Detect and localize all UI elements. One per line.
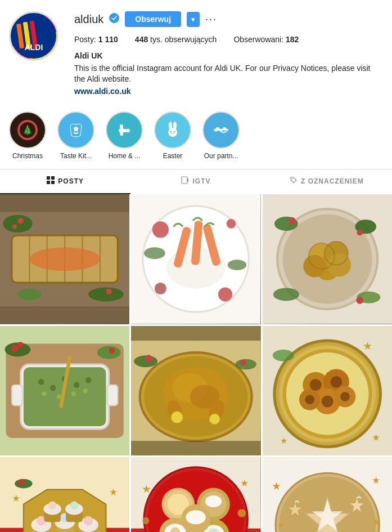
svg-point-73 <box>356 297 363 305</box>
svg-rect-42 <box>0 306 129 324</box>
posts-label: Posty: <box>74 35 96 44</box>
following-label: Obserwowani: <box>233 35 283 44</box>
svg-point-123 <box>321 395 333 407</box>
following-count: 182 <box>286 35 299 44</box>
svg-point-8 <box>74 127 78 131</box>
svg-rect-10 <box>119 129 130 132</box>
svg-rect-78 <box>107 385 118 405</box>
story-item-taste-kit[interactable]: Taste Kit... <box>57 111 94 160</box>
svg-point-25 <box>291 178 292 180</box>
svg-point-37 <box>17 289 41 301</box>
svg-point-5 <box>109 13 119 23</box>
svg-point-181 <box>238 509 246 517</box>
grid-image-4 <box>0 326 129 455</box>
tab-posts-label: POSTY <box>58 177 84 185</box>
story-item-easter[interactable]: Easter <box>154 111 191 160</box>
story-circle-partners <box>202 111 240 149</box>
stats-row: Posty: 1 110 448 tys. obserwujących Obse… <box>74 35 383 44</box>
tab-igtv[interactable]: IGTV <box>130 169 261 194</box>
svg-point-147 <box>48 502 57 510</box>
svg-point-103 <box>172 412 183 423</box>
svg-text:★: ★ <box>280 436 287 445</box>
grid-cell-1[interactable] <box>0 194 129 324</box>
grid-image-9: ★ ★ ★ ★ ★ ★ ★ <box>263 457 392 532</box>
stories-section: 🎄 Christmas Taste Kit... Home & ... <box>0 102 392 164</box>
svg-point-15 <box>174 131 175 133</box>
more-options-button[interactable]: ··· <box>205 14 217 25</box>
grid-cell-9[interactable]: ★ ★ ★ ★ ★ ★ ★ <box>263 457 392 532</box>
followers-stat[interactable]: 448 tys. obserwujących <box>135 35 217 44</box>
svg-point-108 <box>236 359 257 369</box>
svg-point-85 <box>42 391 46 396</box>
svg-text:★: ★ <box>371 475 380 486</box>
grid-image-6: ★ ★ ★ <box>263 326 392 455</box>
grid-cell-2[interactable] <box>131 194 260 324</box>
igtv-icon <box>181 176 189 186</box>
grid-cell-4[interactable] <box>0 326 129 455</box>
svg-point-168 <box>205 495 222 507</box>
story-circle-easter <box>154 111 191 149</box>
svg-text:ALDI: ALDI <box>25 43 43 52</box>
svg-rect-21 <box>47 181 50 184</box>
svg-point-39 <box>12 225 17 229</box>
svg-text:★: ★ <box>277 522 284 530</box>
story-item-christmas[interactable]: 🎄 Christmas <box>9 111 46 160</box>
svg-point-13 <box>168 128 177 137</box>
grid-image-2 <box>131 194 260 324</box>
svg-rect-22 <box>51 181 55 184</box>
svg-text:🎄: 🎄 <box>22 125 33 136</box>
posts-stat: Posty: 1 110 <box>74 35 118 44</box>
profile-top-row: aldiuk Obserwuj ▾ ··· <box>74 11 383 27</box>
story-label-partners: Our partn... <box>204 152 238 160</box>
svg-point-130 <box>272 350 294 361</box>
svg-point-16 <box>172 133 174 134</box>
svg-point-81 <box>50 385 56 390</box>
svg-point-83 <box>74 382 79 387</box>
story-label-easter: Easter <box>163 152 183 160</box>
svg-point-87 <box>71 391 76 396</box>
grid-cell-3[interactable] <box>263 194 392 324</box>
svg-point-93 <box>17 342 23 347</box>
svg-point-69 <box>273 288 299 301</box>
grid-image-5 <box>131 326 260 455</box>
grid-cell-7[interactable]: ★ ★ ★ ★ <box>0 457 129 532</box>
svg-point-122 <box>330 376 342 388</box>
svg-point-150 <box>70 502 79 510</box>
bio-link[interactable]: www.aldi.co.uk <box>74 87 131 96</box>
bio-name: Aldi UK <box>74 51 383 62</box>
username: aldiuk <box>74 13 103 26</box>
posts-count: 1 110 <box>98 35 118 44</box>
svg-point-63 <box>303 255 326 278</box>
svg-text:★: ★ <box>271 480 281 492</box>
svg-point-80 <box>38 379 44 385</box>
tab-tagged[interactable]: Z OZNACZENIEM <box>262 169 392 194</box>
grid-cell-5[interactable] <box>131 326 260 455</box>
grid-image-8: ★ ★ ★ ★ <box>131 457 260 532</box>
svg-point-104 <box>210 414 220 424</box>
svg-point-110 <box>240 359 246 365</box>
bio-text: This is the official Instagram account f… <box>74 63 383 85</box>
story-item-partners[interactable]: Our partn... <box>202 111 240 160</box>
profile-header: ALDI aldiuk Obserwuj ▾ ··· Posty: 1 110 … <box>0 0 392 102</box>
followers-count: 448 <box>135 35 148 44</box>
follow-dropdown-button[interactable]: ▾ <box>187 12 200 27</box>
svg-text:★: ★ <box>109 487 118 498</box>
tab-posts[interactable]: POSTY <box>0 169 130 194</box>
tabs-section: POSTY IGTV Z OZNACZENIEM <box>0 169 392 194</box>
grid-cell-6[interactable]: ★ ★ ★ <box>263 326 392 455</box>
grid-cell-8[interactable]: ★ ★ ★ ★ <box>131 457 260 532</box>
svg-text:★: ★ <box>12 493 20 504</box>
tab-tagged-label: Z OZNACZENIEM <box>301 177 364 185</box>
avatar[interactable]: ALDI <box>9 11 58 61</box>
follow-button[interactable]: Obserwuj <box>125 11 181 27</box>
svg-point-17 <box>216 127 219 131</box>
grid-image-7: ★ ★ ★ ★ <box>0 457 129 532</box>
svg-point-71 <box>289 217 296 225</box>
svg-point-84 <box>85 377 91 383</box>
bio-section: Aldi UK This is the official Instagram a… <box>74 51 383 97</box>
svg-point-88 <box>83 388 88 393</box>
following-stat[interactable]: Obserwowani: 182 <box>233 35 299 44</box>
story-item-home[interactable]: Home & ... <box>106 111 143 160</box>
svg-point-92 <box>11 345 19 352</box>
story-circle-taste-kit <box>57 111 94 149</box>
